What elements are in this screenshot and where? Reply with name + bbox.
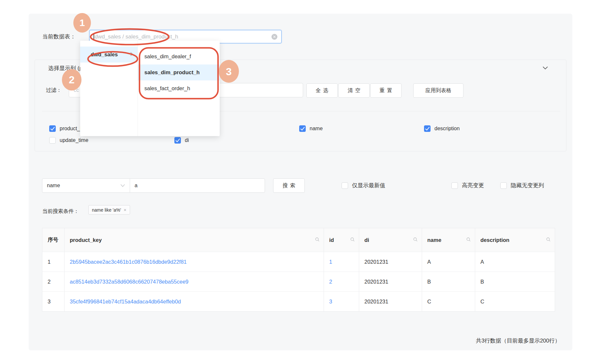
column-search-icon[interactable] [466, 237, 471, 243]
checkbox-checked-icon[interactable] [424, 125, 431, 132]
cascader-group-column: dwd_sales [80, 41, 138, 136]
result-table: 序号 product_key id di name description 1 … [42, 228, 555, 312]
checkbox-label: update_time [60, 137, 88, 143]
cell-di: 20201231 [359, 292, 422, 311]
row-count-summary: 共3行数据（目前最多显示200行） [476, 337, 560, 344]
condition-tag[interactable]: name like 'a%' × [88, 205, 130, 215]
clear-icon[interactable] [271, 34, 277, 40]
table-row: 1 2b5945bacee2ac3c461b1c0876b16dbde9d22f… [42, 252, 555, 272]
column-checkbox-name[interactable]: name [299, 125, 323, 132]
cell-product-key-link[interactable]: ac8514eb3d7332a58d6068c66207478eba55cee9 [65, 272, 324, 291]
table-select-value: dwd_sales / sales_dim_product_h [95, 34, 178, 40]
checkbox-checked-icon[interactable] [299, 125, 306, 132]
header-cell-name: name [422, 228, 475, 252]
column-search-icon[interactable] [315, 237, 320, 243]
search-field-value: name [47, 183, 60, 189]
cell-id-link[interactable]: 1 [324, 252, 359, 272]
cell-description: C [475, 292, 555, 311]
checkbox-label: description [434, 126, 460, 132]
cell-description: B [475, 272, 555, 291]
checkbox-unchecked-icon[interactable] [451, 182, 458, 189]
toggle-highlight-changes[interactable]: 高亮变更 [451, 182, 484, 189]
cell-index: 2 [42, 272, 65, 291]
search-keyword-input[interactable]: a [130, 178, 265, 193]
column-checkbox-update-time[interactable]: update_time [49, 137, 88, 144]
chevron-right-icon [130, 51, 133, 58]
column-checkbox-di[interactable]: di [174, 137, 189, 144]
cascader-table-column: sales_dim_dealer_f sales_dim_product_h s… [138, 41, 220, 136]
column-search-icon[interactable] [350, 237, 355, 243]
cell-description: A [475, 252, 555, 272]
current-table-label: 当前数据表： [42, 33, 76, 40]
clear-button[interactable]: 清空 [338, 83, 370, 98]
search-conditions-label: 当前搜索条件： [42, 208, 79, 215]
column-search-icon[interactable] [546, 237, 551, 243]
filter-placeholder: cc [74, 87, 79, 93]
search-button[interactable]: 搜索 [273, 178, 305, 193]
text-caret [94, 33, 94, 40]
table-row: 3 35cfe4f996841eb74cf15a4adaca4db64effeb… [42, 291, 555, 311]
cascader-option-sales-dim-dealer-f[interactable]: sales_dim_dealer_f [138, 49, 220, 64]
header-cell-di: di [359, 228, 422, 252]
filter-label: 过滤： [46, 87, 62, 94]
column-checkbox-description[interactable]: description [424, 125, 460, 132]
cascader-group-label: dwd_sales [91, 51, 118, 58]
checkbox-unchecked-icon[interactable] [342, 182, 348, 189]
cell-name: C [422, 292, 475, 311]
cell-product-key-link[interactable]: 2b5945bacee2ac3c461b1c0876b16dbde9d22f81 [65, 252, 324, 272]
toggle-label: 仅显示最新值 [352, 182, 385, 189]
header-cell-index: 序号 [42, 228, 65, 252]
toggle-label: 高亮变更 [462, 182, 484, 189]
search-field-select[interactable]: name [42, 178, 130, 193]
checkbox-label: name [310, 126, 323, 132]
cell-id-link[interactable]: 2 [324, 272, 359, 291]
checkbox-label: di [185, 137, 189, 143]
column-search-icon[interactable] [413, 237, 418, 243]
header-cell-description: description [475, 228, 555, 252]
cell-di: 20201231 [359, 252, 422, 272]
search-keyword-value: a [135, 183, 138, 189]
toggle-hide-unchanged[interactable]: 隐藏无变更列 [500, 182, 544, 189]
checkbox-unchecked-icon[interactable] [49, 137, 56, 144]
apply-to-table-button[interactable]: 应用到表格 [413, 83, 463, 98]
tag-close-icon[interactable]: × [124, 207, 126, 213]
checkbox-checked-icon[interactable] [174, 137, 181, 144]
cell-di: 20201231 [359, 272, 422, 291]
checkbox-unchecked-icon[interactable] [500, 182, 507, 189]
toggle-label: 隐藏无变更列 [511, 182, 544, 189]
toggle-only-latest[interactable]: 仅显示最新值 [342, 182, 385, 189]
cell-name: A [422, 252, 475, 272]
header-cell-product-key: product_key [65, 228, 324, 252]
cell-index: 3 [42, 292, 65, 311]
cell-id-link[interactable]: 3 [324, 292, 359, 311]
condition-tag-text: name like 'a%' [92, 207, 121, 213]
cascader-option-sales-fact-order-h[interactable]: sales_fact_order_h [138, 80, 220, 96]
header-cell-id: id [324, 228, 359, 252]
cell-name: B [422, 272, 475, 291]
chevron-down-icon [120, 183, 125, 189]
collapse-chevron-icon[interactable] [542, 65, 548, 71]
table-header-row: 序号 product_key id di name description [42, 228, 555, 252]
select-all-button[interactable]: 全选 [306, 83, 338, 98]
cascader-option-sales-dim-product-h[interactable]: sales_dim_product_h [138, 64, 220, 80]
cell-index: 1 [42, 252, 65, 272]
cell-product-key-link[interactable]: 35cfe4f996841eb74cf15a4adaca4db64effeb0d [65, 292, 324, 311]
table-row: 2 ac8514eb3d7332a58d6068c66207478eba55ce… [42, 272, 555, 291]
table-cascader-dropdown: dwd_sales sales_dim_dealer_f sales_dim_p… [80, 41, 220, 136]
checkbox-checked-icon[interactable] [49, 125, 56, 132]
cascader-group-dwd-sales[interactable]: dwd_sales [80, 47, 138, 63]
reset-button[interactable]: 重置 [370, 83, 402, 98]
